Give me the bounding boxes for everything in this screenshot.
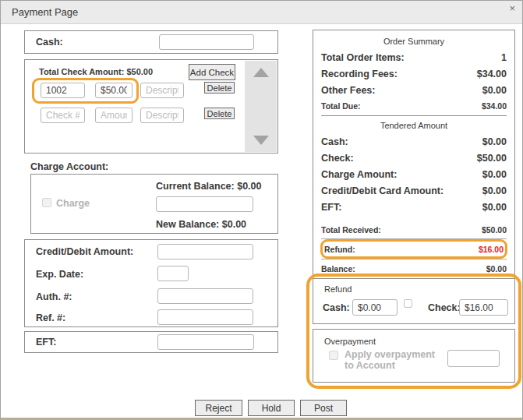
eft-input[interactable] — [157, 334, 254, 350]
tendered-charge-label: Charge Amount: — [321, 169, 397, 180]
balance-row: Balance: $0.00 — [321, 261, 507, 276]
auth-number-input[interactable] — [157, 288, 253, 304]
check-description-input-2[interactable] — [140, 108, 184, 123]
check-number-input-1[interactable] — [41, 83, 85, 98]
tendered-charge-value: $0.00 — [482, 169, 507, 180]
tendered-cash-row: Cash: $0.00 — [321, 133, 507, 150]
cash-label: Cash: — [36, 37, 63, 48]
tendered-card-row: Credit/Debit Card Amount: $0.00 — [321, 182, 507, 199]
total-due-label: Total Due: — [321, 101, 361, 111]
total-received-row: Total Received: $50.00 — [321, 222, 507, 237]
new-balance-label: New Balance: $0.00 — [156, 219, 246, 230]
other-fees-value: $0.00 — [482, 85, 507, 96]
recording-fees-value: $34.00 — [477, 69, 507, 79]
credit-debit-amount-input[interactable] — [157, 244, 253, 259]
total-received-label: Total Received: — [321, 225, 381, 235]
tendered-check-label: Check: — [321, 153, 354, 164]
charge-account-label: Charge Account: — [30, 161, 108, 172]
eft-label: EFT: — [36, 337, 56, 348]
ref-number-input[interactable] — [157, 309, 253, 325]
tendered-eft-label: EFT: — [321, 202, 341, 213]
total-order-items-value: 1 — [501, 52, 507, 63]
total-received-value: $50.00 — [482, 225, 507, 235]
refund-cash-input[interactable] — [352, 299, 398, 316]
overpayment-panel-title: Overpayment — [324, 337, 376, 346]
refund-top-divider — [321, 238, 507, 239]
page-title: Payment Page — [12, 6, 78, 18]
other-fees-row: Other Fees: $0.00 — [321, 82, 507, 98]
tendered-charge-row: Charge Amount: $0.00 — [321, 166, 507, 182]
summary-divider — [321, 115, 507, 116]
tendered-card-value: $0.00 — [482, 185, 507, 196]
charge-panel: Current Balance: $0.00 Charge New Balanc… — [30, 174, 278, 234]
tendered-cash-label: Cash: — [321, 136, 348, 147]
exp-date-label: Exp. Date: — [36, 269, 83, 280]
tendered-eft-row: EFT: $0.00 — [321, 199, 507, 215]
charge-checkbox — [42, 198, 51, 207]
delete-check-button-2[interactable]: Delete — [204, 108, 235, 119]
tendered-check-value: $50.00 — [477, 153, 507, 164]
check-list-scrollbar[interactable] — [245, 61, 277, 152]
overpayment-panel: Overpayment Apply overpayment to Account — [313, 329, 515, 383]
cash-panel: Cash: — [24, 30, 278, 54]
charge-amount-input[interactable] — [156, 196, 253, 212]
refund-label: Refund: — [324, 245, 355, 254]
title-bar: Payment Page — [1, 1, 522, 24]
apply-overpayment-label: Apply overpayment to Account — [345, 349, 444, 372]
scroll-up-icon[interactable] — [253, 68, 269, 77]
hold-button[interactable]: Hold — [248, 400, 295, 416]
refund-value: $16.00 — [479, 245, 504, 254]
charge-checkbox-label: Charge — [56, 198, 90, 209]
apply-overpayment-checkbox — [329, 351, 338, 360]
refund-panel: Refund Cash: Check: — [313, 278, 515, 324]
add-check-button[interactable]: Add Check — [189, 64, 235, 80]
order-summary-title: Order Summary — [321, 34, 507, 49]
order-summary-panel: Order Summary Total Order Items: 1 Recor… — [313, 30, 515, 275]
eft-panel: EFT: — [24, 331, 278, 353]
tendered-amount-title: Tendered Amount — [321, 118, 507, 133]
exp-date-input[interactable] — [157, 266, 189, 281]
cash-input[interactable] — [159, 34, 254, 50]
tendered-cash-value: $0.00 — [482, 136, 507, 147]
delete-check-button-1[interactable]: Delete — [204, 82, 235, 94]
check-panel: Total Check Amount: $50.00 Add Check Del… — [24, 59, 278, 154]
check-description-input-1[interactable] — [140, 83, 184, 98]
credit-debit-amount-label: Credit/Debit Amount: — [36, 246, 133, 257]
close-icon[interactable]: × — [509, 3, 515, 14]
refund-check-label: Check: — [428, 302, 461, 313]
total-order-items-row: Total Order Items: 1 — [321, 49, 507, 65]
refund-bottom-divider — [321, 259, 507, 259]
credit-debit-panel: Credit/Debit Amount: Exp. Date: Auth. #:… — [24, 239, 278, 327]
check-amount-input-2[interactable] — [95, 108, 133, 123]
tendered-card-label: Credit/Debit Card Amount: — [321, 185, 443, 196]
refund-split-checkbox[interactable] — [404, 299, 412, 308]
scroll-down-icon[interactable] — [253, 136, 269, 145]
current-balance-label: Current Balance: $0.00 — [156, 181, 261, 192]
check-number-input-2[interactable] — [41, 108, 85, 123]
auth-number-label: Auth. #: — [36, 291, 72, 302]
balance-label: Balance: — [321, 264, 355, 274]
overpayment-amount-input[interactable] — [447, 350, 500, 367]
balance-value: $0.00 — [486, 264, 507, 274]
tendered-check-row: Check: $50.00 — [321, 150, 507, 166]
total-order-items-label: Total Order Items: — [321, 52, 405, 63]
ref-number-label: Ref. #: — [36, 312, 65, 323]
total-check-amount-label: Total Check Amount: $50.00 — [39, 67, 153, 76]
total-due-value: $34.00 — [482, 101, 507, 111]
recording-fees-label: Recording Fees: — [321, 69, 398, 79]
post-button[interactable]: Post — [300, 400, 347, 416]
check-amount-input-1[interactable] — [95, 83, 133, 98]
refund-row: Refund: $16.00 — [323, 242, 505, 256]
total-due-row: Total Due: $34.00 — [321, 98, 507, 113]
refund-cash-label: Cash: — [323, 302, 350, 313]
recording-fees-row: Recording Fees: $34.00 — [321, 65, 507, 82]
other-fees-label: Other Fees: — [321, 85, 375, 96]
refund-check-input[interactable] — [459, 299, 508, 316]
tendered-eft-value: $0.00 — [482, 202, 507, 213]
payment-page-dialog: Payment Page × Cash: Total Check Amount:… — [0, 0, 523, 420]
refund-panel-title: Refund — [324, 284, 352, 294]
reject-button[interactable]: Reject — [195, 400, 242, 416]
